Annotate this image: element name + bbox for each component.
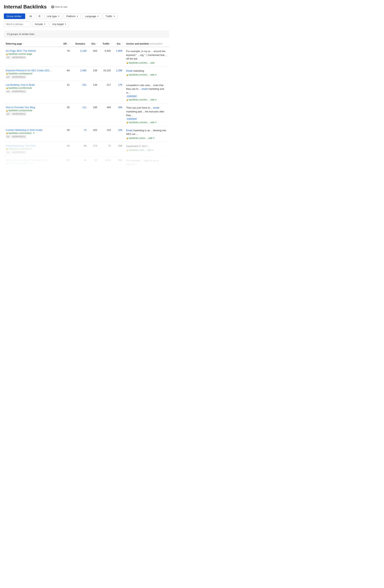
anchor-lock-icon: 🔒: [126, 99, 128, 101]
kw-info-icon: ⁱ: [122, 43, 122, 45]
lock-icon: 🔒: [6, 53, 8, 55]
anchor-expand-arrow[interactable]: ▼: [153, 137, 155, 139]
domain-link[interactable]: backlinko.com/promote: [8, 109, 32, 112]
anchor-lock-icon: 🔒: [126, 62, 128, 64]
col-traffic[interactable]: Traffic ⁱ: [99, 41, 113, 47]
traffic-dropdown[interactable]: Traffic ▼: [103, 13, 118, 19]
anchor-text: For example,… sign for our e… marketin…: [126, 159, 167, 166]
kw-cell: 298: [113, 142, 124, 156]
anchor-backlink[interactable]: backlinko.com/em… uide: [129, 73, 155, 76]
anchor-expand-arrow[interactable]: ▼: [152, 149, 154, 151]
page-title-link[interactable]: On-Page SEO: The Definiti: [6, 49, 52, 52]
anchor-backlink[interactable]: backlinko.com/em… uide: [129, 121, 155, 124]
domain-link[interactable]: backlinko.com/email-m: [8, 147, 32, 150]
domain-link[interactable]: backlinko.com/list-builc: [8, 87, 32, 89]
kw-cell[interactable]: 348: [113, 104, 124, 126]
anchor-cell: September 6, 2017…🔒backlinko.com/… uide …: [124, 142, 169, 156]
anchor-cell: Email marketing🔒backlinko.com/em… uide ▼: [124, 66, 169, 81]
domains-cell[interactable]: 221: [71, 81, 89, 104]
page-title-link[interactable]: Email Marketing: The Defin: [6, 144, 52, 147]
col-kw[interactable]: Kw. ⁱ: [113, 41, 124, 47]
kw-cell[interactable]: 1,298: [113, 66, 124, 81]
domains-cell[interactable]: 72: [71, 126, 89, 142]
domain-link[interactable]: backlinko.com/keyword: [8, 72, 32, 75]
tag-row: ENWORDPRESS: [6, 90, 58, 93]
page-title-link[interactable]: How to Promote Your Blog: [6, 106, 52, 109]
ext-cell: 32: [89, 156, 99, 168]
gear-button[interactable]: ⚙: [36, 13, 43, 19]
traffic-cell: 494: [99, 104, 113, 126]
how-to-use-link[interactable]: ? How to use: [51, 5, 68, 8]
page-title-link[interactable]: Content Marketing in 2020 Guide: [6, 128, 52, 131]
col-ext[interactable]: Ext. ⁱ: [89, 41, 99, 47]
word-phrase-input[interactable]: [4, 21, 31, 27]
page-title: Internal Backlinks: [4, 4, 47, 10]
referring-page-cell: Keyword Research for SEC Guide (2020 Upd…: [4, 66, 60, 81]
anchor-expand-arrow[interactable]: ▼: [155, 121, 157, 123]
content-badge: CONTENT: [126, 118, 138, 120]
filter-row: Include ▼ Any target ▼: [4, 21, 169, 27]
ur-cell: 79: [60, 47, 72, 66]
tag-badge: EN: [6, 113, 11, 115]
include-dropdown[interactable]: Include ▼: [32, 21, 48, 27]
tag-badge: WORDPRESS: [11, 90, 26, 93]
tag-badge: EN: [6, 90, 11, 93]
domain-expand-arrow[interactable]: ▼: [33, 132, 35, 134]
tag-row: ENWORDPRESS: [6, 151, 58, 154]
anchor-backlink[interactable]: backlinko.com/c… uide: [129, 137, 153, 140]
domain-link[interactable]: backlinko.com/content-: [8, 132, 32, 134]
kw-cell[interactable]: 1,909: [113, 47, 124, 66]
col-domains[interactable]: Domains ⁱ: [71, 41, 89, 47]
toolbar: Group similar ⁱ All ⚙ Link type ▼ Platfo…: [4, 13, 169, 19]
table-header-row: Referring page ⁱ UR ↓ ⁱ Domains ⁱ Ext. ⁱ: [4, 41, 169, 47]
ext-info-icon: ⁱ: [97, 43, 97, 45]
traffic-cell: 143: [99, 126, 113, 142]
anchor-expand-arrow[interactable]: ▼: [155, 74, 157, 76]
anchor-expand-arrow[interactable]: ▼: [155, 99, 157, 101]
referring-page-cell: List Building: How to Build🔒backlinko.co…: [4, 81, 60, 104]
domain-link[interactable]: backlinko.com/boun-seo: [8, 162, 33, 165]
lock-icon: 🔒: [6, 148, 8, 150]
anchor-backlink[interactable]: backlinko.com/em… uide: [129, 98, 155, 101]
traffic-label: Traffic: [106, 15, 112, 18]
include-caret: ▼: [44, 23, 46, 25]
anchor-backlink[interactable]: backlinko.com/… uide: [129, 149, 151, 151]
table-row: What Is Bounce Rate? And improve It🔒back…: [4, 156, 169, 168]
group-similar-button[interactable]: Group similar ⁱ: [4, 13, 25, 19]
language-caret: ▼: [97, 15, 99, 17]
tag-badge: WORDPRESS: [11, 113, 26, 115]
group-similar-label: Group similar: [6, 15, 21, 18]
domains-cell[interactable]: 111: [71, 104, 89, 126]
how-to-use-label: How to use: [55, 5, 68, 8]
kw-cell[interactable]: 176: [113, 81, 124, 104]
domain-link[interactable]: backlinko.com/on-page: [8, 53, 32, 55]
title-info-icon[interactable]: ⁱ: [49, 5, 49, 8]
col-ur[interactable]: UR ↓ ⁱ: [60, 41, 72, 47]
tag-badge: WORDPRESS: [11, 76, 26, 79]
anchor-backlink[interactable]: backlinko.com/em… uide: [129, 62, 155, 64]
all-button[interactable]: All: [27, 13, 34, 19]
table-row: How to Promote Your Blog🔒backlinko.com/p…: [4, 104, 169, 126]
any-target-dropdown[interactable]: Any target ▼: [50, 21, 69, 27]
ur-info-icon: ⁱ: [69, 43, 70, 45]
content-badge: CONTENT: [126, 95, 138, 98]
anchor-text: For example, in my ar… around the keywor…: [126, 49, 167, 61]
col-referring-page[interactable]: Referring page ⁱ: [4, 41, 60, 47]
language-dropdown[interactable]: Language ▼: [83, 13, 102, 19]
page-title-link[interactable]: What Is Bounce Rate? And improve It: [6, 159, 52, 162]
platform-dropdown[interactable]: Platform ▼: [64, 13, 81, 19]
table-row: Content Marketing in 2020 Guide🔒backlink…: [4, 126, 169, 142]
page-title-link[interactable]: Keyword Research for SEC Guide (2020 Upd…: [6, 69, 52, 72]
link-type-dropdown[interactable]: Link type ▼: [45, 13, 62, 19]
domains-cell[interactable]: 1,492: [71, 66, 89, 81]
kw-cell[interactable]: 159: [113, 126, 124, 142]
domains-cell[interactable]: 2,130: [71, 47, 89, 66]
ur-cell: 64: [60, 66, 72, 81]
anchor-cell: For example, in my ar… around the keywor…: [124, 47, 169, 66]
referring-page-cell: What Is Bounce Rate? And improve It🔒back…: [4, 156, 60, 168]
page-title-link[interactable]: List Building: How to Build: [6, 84, 52, 86]
traffic-caret: ▼: [113, 15, 115, 17]
traffic-cell: 1,216: [99, 156, 113, 168]
tag-badge: EN: [6, 76, 11, 79]
any-target-caret: ▼: [65, 23, 67, 25]
